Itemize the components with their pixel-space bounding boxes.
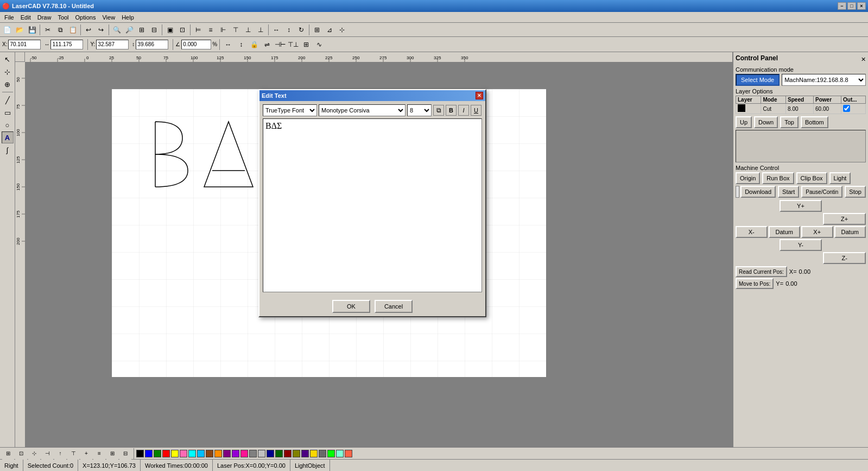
mirror-v-button[interactable]: ↕	[283, 24, 295, 36]
color-aquamarine[interactable]	[336, 450, 344, 457]
width-input[interactable]	[50, 40, 83, 49]
font-copy-button[interactable]: ⧉	[433, 105, 444, 116]
copy-button[interactable]: ⧉	[54, 24, 66, 36]
color-darkgreen[interactable]	[275, 450, 283, 457]
z-minus-button[interactable]: Z-	[823, 252, 866, 264]
light-button[interactable]: Light	[829, 172, 851, 184]
distribute-v-button[interactable]: ⊤⊥	[287, 39, 299, 51]
color-blue[interactable]	[145, 450, 153, 457]
color-gray[interactable]	[249, 450, 257, 457]
underline-button[interactable]: U	[471, 105, 481, 116]
ungroup-button[interactable]: ⊡	[176, 24, 188, 36]
menu-help[interactable]: Help	[118, 13, 137, 22]
align-top-button[interactable]: ⊤	[230, 24, 242, 36]
bottom-tool9[interactable]: ⊞	[106, 448, 118, 460]
x-plus-button[interactable]: X+	[801, 226, 833, 238]
color-purple[interactable]	[223, 450, 231, 457]
menu-tool[interactable]: Tool	[54, 13, 72, 22]
color-orange[interactable]	[214, 450, 222, 457]
close-button[interactable]: ×	[857, 2, 866, 10]
cut-button[interactable]: ✂	[42, 24, 54, 36]
line-tool-btn[interactable]: ╱	[2, 94, 14, 106]
color-cyan[interactable]	[188, 450, 196, 457]
bottom-tool4[interactable]: ⊣	[41, 448, 53, 460]
color-violet[interactable]	[232, 450, 239, 457]
color-green[interactable]	[154, 450, 161, 457]
bottom-tool5[interactable]: ↑	[54, 448, 66, 460]
transform-button[interactable]: ⊿	[324, 24, 335, 36]
rect-tool-btn[interactable]: ▭	[2, 106, 14, 118]
clip-box-button[interactable]: Clip Box	[796, 172, 827, 184]
color-yellow[interactable]	[171, 450, 179, 457]
flip-h-button[interactable]: ↔	[222, 39, 234, 51]
menu-edit[interactable]: Edit	[17, 13, 34, 22]
z-plus-button[interactable]: Z+	[823, 213, 866, 225]
bottom-tool2[interactable]: ⊡	[15, 448, 27, 460]
ok-button[interactable]: OK	[332, 300, 370, 313]
node-button[interactable]: ⊹	[336, 24, 348, 36]
color-darkblue[interactable]	[267, 450, 274, 457]
down-button[interactable]: Down	[754, 116, 778, 128]
array2-button[interactable]: ⊞	[300, 39, 312, 51]
rotate-button[interactable]: ↻	[295, 24, 307, 36]
color-red[interactable]	[162, 450, 170, 457]
select-tool-btn[interactable]: ↖	[2, 53, 14, 65]
bottom-button[interactable]: Bottom	[801, 116, 828, 128]
color-silver[interactable]	[258, 450, 265, 457]
color-hotpink[interactable]	[240, 450, 248, 457]
zoom-tool-btn[interactable]: ⊕	[2, 78, 14, 90]
font-type-select[interactable]: TrueType Font Barcode Font Single Line F…	[263, 104, 317, 116]
zoom-fit-button[interactable]: ⊞	[136, 24, 148, 36]
save-button[interactable]: 💾	[26, 24, 38, 36]
color-indigo[interactable]	[301, 450, 309, 457]
align-center-button[interactable]: ≡	[205, 24, 217, 36]
up-button[interactable]: Up	[736, 116, 752, 128]
bottom-tool10[interactable]: ⊟	[119, 448, 131, 460]
bottom-tool7[interactable]: +	[80, 448, 92, 460]
node-edit-tool-btn[interactable]: ⊹	[2, 66, 14, 78]
zoom-out-button[interactable]: 🔎	[123, 24, 135, 36]
cancel-button[interactable]: Cancel	[375, 300, 413, 313]
color-skyblue[interactable]	[197, 450, 205, 457]
mirror-h-button[interactable]: ↔	[270, 24, 282, 36]
redo-button[interactable]: ↪	[95, 24, 107, 36]
italic-button[interactable]: I	[458, 105, 469, 116]
open-button[interactable]: 📂	[14, 24, 26, 36]
path-button[interactable]: ∿	[313, 39, 325, 51]
y-plus-button[interactable]: Y+	[780, 200, 822, 212]
font-name-select[interactable]: Monotype Corsiva Arial Times New Roman C…	[319, 104, 406, 116]
minimize-button[interactable]: −	[838, 2, 846, 10]
color-gold[interactable]	[310, 450, 318, 457]
undo-button[interactable]: ↩	[83, 24, 94, 36]
bottom-tool8[interactable]: ≡	[93, 448, 105, 460]
machine-name-select[interactable]: MachName:192.168.8.8	[782, 74, 866, 86]
select-mode-button[interactable]: Select Mode	[736, 74, 780, 86]
group-button[interactable]: ▣	[164, 24, 176, 36]
read-pos-button[interactable]: Read Current Pos:	[736, 266, 787, 277]
pause-button[interactable]: Pause/Contin	[801, 186, 842, 198]
color-pink[interactable]	[180, 450, 187, 457]
paste-button[interactable]: 📋	[67, 24, 79, 36]
x-minus-button[interactable]: X-	[736, 226, 768, 238]
angle-input[interactable]	[181, 40, 211, 49]
menu-view[interactable]: View	[99, 13, 118, 22]
stop-button[interactable]: Stop	[845, 186, 866, 198]
color-tomato[interactable]	[345, 450, 352, 457]
dialog-close-button[interactable]: ✕	[476, 92, 483, 99]
ellipse-tool-btn[interactable]: ○	[2, 119, 14, 131]
color-black[interactable]	[136, 450, 144, 457]
move-pos-button[interactable]: Move to Pos:	[736, 278, 774, 289]
bottom-tool3[interactable]: ⊹	[28, 448, 40, 460]
flip-v-button[interactable]: ↕	[235, 39, 247, 51]
array-button[interactable]: ⊞	[311, 24, 323, 36]
layer-out-checkbox[interactable]	[843, 105, 850, 112]
color-darkred[interactable]	[284, 450, 292, 457]
color-brown[interactable]	[206, 450, 213, 457]
run-box-button[interactable]: Run Box	[762, 172, 794, 184]
bezier-tool-btn[interactable]: ∫	[2, 144, 14, 156]
y-input[interactable]	[96, 40, 129, 49]
align-left-button[interactable]: ⊨	[192, 24, 204, 36]
datum-button1[interactable]: Datum	[769, 226, 801, 238]
align-vcenter-button[interactable]: ⊥	[242, 24, 254, 36]
align-bottom-button[interactable]: ⊥	[255, 24, 267, 36]
